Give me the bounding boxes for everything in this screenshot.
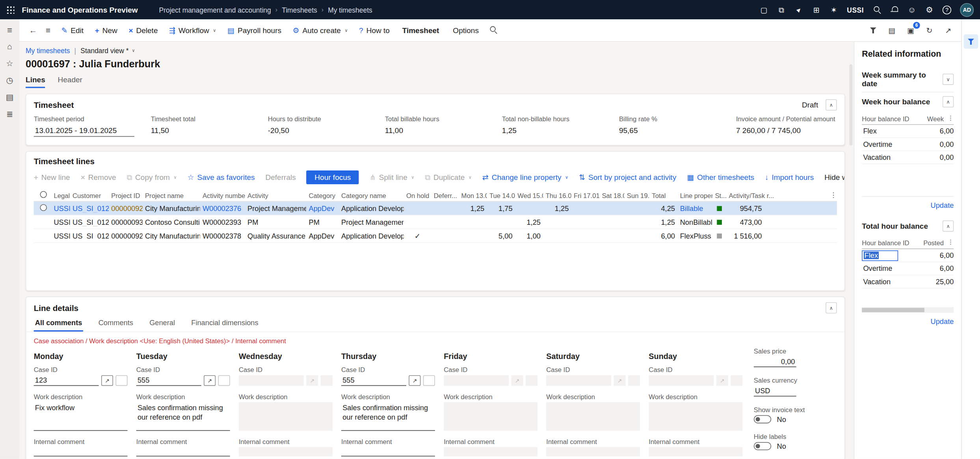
cell-activity[interactable]: PM (245, 218, 306, 226)
balance-row[interactable]: Overtime 6,00 (862, 262, 954, 275)
work-description-input[interactable] (546, 402, 640, 431)
column-header[interactable]: Activity number (200, 191, 245, 199)
toolbar-button[interactable]: Hide weekend (824, 173, 844, 181)
toolbar-button[interactable]: Save as favorites (188, 173, 255, 181)
case-lookup-button[interactable] (218, 375, 230, 386)
row-select-radio[interactable] (40, 204, 47, 211)
toolbar-button[interactable]: Other timesheets (687, 173, 754, 181)
toolbar-button[interactable]: Deferrals (265, 173, 296, 181)
toolbar-button[interactable]: Duplicate (425, 173, 472, 181)
avatar[interactable]: AD (960, 3, 974, 17)
open-case-button[interactable] (511, 375, 523, 386)
balance-row[interactable]: Flex 6,00 (862, 249, 954, 262)
refresh-icon[interactable] (922, 23, 936, 37)
cell-line-property[interactable]: NonBillabl (677, 218, 712, 226)
back-button[interactable] (26, 22, 41, 38)
tab-header[interactable]: Header (58, 76, 82, 88)
column-header[interactable]: Sat 18.01 (599, 191, 624, 199)
cell-wednesday-hours[interactable]: 1,00 (515, 232, 543, 239)
waffle-menu-icon[interactable] (6, 6, 15, 14)
update-link[interactable]: Update (862, 202, 954, 209)
column-header[interactable]: Mon 13.01 (459, 191, 487, 199)
cell-category[interactable]: PM (306, 218, 338, 226)
breadcrumb-module[interactable]: Project management and accounting (159, 6, 271, 13)
work-description-input[interactable] (239, 402, 333, 431)
table-options-icon[interactable] (948, 114, 954, 121)
cell-project-name[interactable]: Contoso Consulting (143, 218, 200, 226)
work-description-input[interactable] (649, 402, 742, 431)
column-header[interactable]: Line property (677, 191, 712, 199)
cell-monday-hours[interactable]: 1,25 (459, 204, 487, 212)
cell-project-name[interactable]: City Manufacturing (143, 232, 200, 239)
case-lookup-button[interactable] (115, 375, 127, 386)
feedback-smiley-icon[interactable] (907, 5, 916, 15)
action-button[interactable]: Auto create (287, 22, 353, 38)
case-lookup-button[interactable] (526, 375, 537, 386)
breadcrumb-area[interactable]: Timesheets (282, 6, 317, 13)
column-header[interactable]: Category (306, 191, 338, 199)
sales-price-input[interactable]: 0,00 (754, 357, 796, 367)
cell-project-name[interactable]: City Manufacturing (143, 204, 200, 212)
cell-legal-entity[interactable]: USSI (51, 218, 70, 226)
cell-line-property[interactable]: FlexPluss (677, 232, 712, 239)
cell-category-name[interactable]: Application Developm... (339, 232, 404, 239)
environment-badge[interactable]: USSI (847, 6, 864, 13)
column-header[interactable]: On hold (404, 191, 431, 199)
action-search-icon[interactable] (489, 25, 498, 33)
sales-currency-input[interactable]: USD (754, 386, 796, 396)
field-value[interactable]: -20,50 (268, 124, 369, 137)
toolbar-button[interactable]: Change line property (482, 173, 568, 181)
modules-icon[interactable] (5, 109, 15, 119)
home-icon[interactable] (5, 42, 15, 51)
ribbon-tab-timesheet[interactable]: Timesheet (395, 26, 446, 35)
cell-on-hold[interactable]: ✓ (404, 231, 431, 240)
field-value[interactable]: 95,65 (619, 124, 720, 137)
grid-options-icon[interactable] (830, 191, 837, 199)
column-header[interactable]: Activity/Task r... (726, 191, 837, 199)
column-header[interactable]: Total (649, 191, 677, 199)
cell-project-id[interactable]: 00000092 (109, 204, 143, 212)
app-title[interactable]: Finance and Operations Preview (22, 5, 138, 14)
favorites-icon[interactable] (5, 59, 15, 68)
action-button[interactable]: Payroll hours (222, 22, 287, 38)
internal-comment-input[interactable] (239, 447, 333, 457)
column-header[interactable]: Legal ... (51, 191, 70, 199)
toolbar-button[interactable]: Import hours (765, 173, 814, 181)
case-lookup-button[interactable] (731, 375, 742, 386)
tab-lines[interactable]: Lines (26, 76, 45, 88)
devices-icon[interactable] (777, 5, 786, 14)
pane-toggle-icon[interactable] (41, 22, 56, 38)
case-id-input[interactable] (444, 375, 509, 386)
cell-tuesday-hours[interactable]: 1,75 (487, 204, 515, 212)
open-case-button[interactable] (716, 375, 728, 386)
list-page-link[interactable]: My timesheets (26, 47, 70, 54)
balance-id[interactable]: Flex (864, 252, 879, 259)
internal-comment-input[interactable] (341, 447, 435, 457)
rocket-icon[interactable] (794, 6, 803, 13)
balance-id[interactable]: Overtime (863, 265, 892, 272)
cell-category-name[interactable]: Application Developm... (339, 204, 404, 212)
collapse-section-button[interactable] (943, 220, 954, 232)
work-description-input[interactable]: Sales confirmation missing our reference… (341, 402, 435, 431)
cell-category[interactable]: AppDev (306, 204, 338, 212)
cell-wednesday-hours[interactable]: 1,25 (515, 218, 543, 226)
tab-comments[interactable]: Comments (97, 316, 135, 332)
column-header[interactable]: Hour balance ID (862, 115, 909, 122)
column-header[interactable]: Tue 14.01 (487, 191, 515, 199)
case-lookup-button[interactable] (321, 375, 333, 386)
tab-financial-dimensions[interactable]: Financial dimensions (190, 316, 260, 332)
open-case-button[interactable] (204, 375, 216, 386)
search-icon[interactable] (873, 6, 881, 14)
internal-comment-input[interactable] (34, 447, 128, 457)
column-header[interactable]: Sun 19.01 (625, 191, 649, 199)
column-header[interactable]: Hour balance ID (862, 239, 909, 246)
toolbar-button[interactable]: Sort by project and activity (579, 173, 676, 181)
case-id-input[interactable] (649, 375, 714, 386)
cell-legal-entity[interactable]: USSI (51, 232, 70, 239)
cell-line-property[interactable]: Billable (677, 204, 712, 212)
cell-category[interactable]: AppDev (306, 232, 338, 239)
column-header[interactable]: Category name (339, 191, 404, 199)
collapse-section-button[interactable] (943, 96, 954, 107)
popout-icon[interactable] (941, 23, 955, 37)
update-link[interactable]: Update (862, 318, 954, 325)
